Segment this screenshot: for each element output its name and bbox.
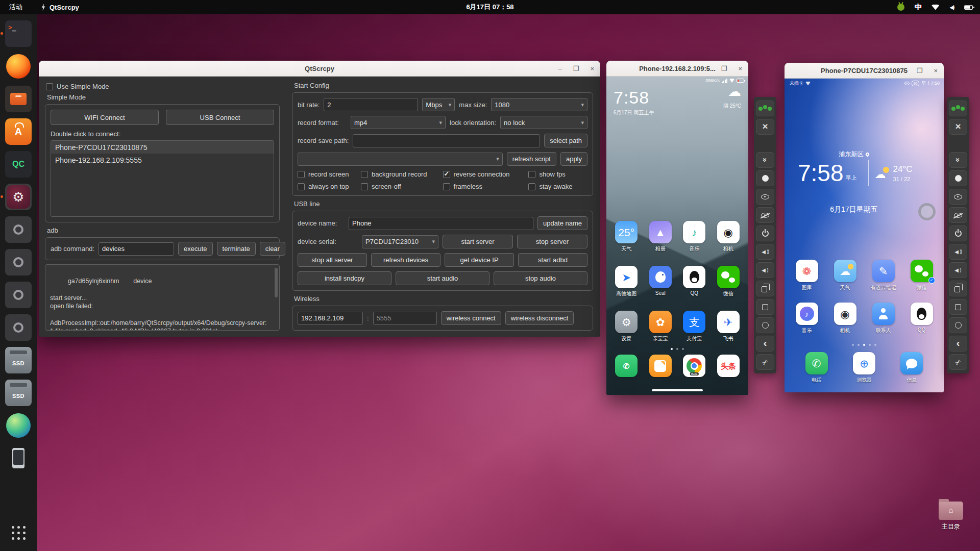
- touch-toggle-icon[interactable]: [756, 170, 774, 186]
- android-tray-icon[interactable]: [897, 4, 904, 11]
- home-icon[interactable]: [949, 317, 967, 333]
- max-size-select[interactable]: 1080: [491, 98, 587, 111]
- device-window-icon[interactable]: [5, 249, 32, 276]
- app-camera[interactable]: ◉ 相机: [713, 221, 744, 253]
- ssd-drive-icon[interactable]: SSD: [5, 380, 32, 406]
- dock-phone[interactable]: ✆: [611, 355, 642, 377]
- record-format-select[interactable]: mp4: [351, 116, 446, 129]
- lock-orientation-select[interactable]: no lock: [500, 116, 587, 129]
- device-item-wifi[interactable]: Phone-192.168.2.109:5555: [51, 154, 274, 166]
- refresh-script-button[interactable]: refresh script: [507, 152, 556, 166]
- checkbox-record-screen[interactable]: record screen: [298, 170, 361, 178]
- app-switch-icon[interactable]: [756, 281, 774, 296]
- volume-icon[interactable]: ◀⟩: [949, 4, 954, 11]
- device-item-usb[interactable]: Phone-P7CDU17C23010875: [51, 141, 274, 154]
- open-screen-icon[interactable]: [756, 189, 774, 205]
- dock-chrome[interactable]: Beta: [679, 355, 709, 377]
- checkbox-screen-off[interactable]: screen-off: [361, 183, 443, 190]
- start-server-button[interactable]: start server: [443, 235, 513, 248]
- clear-button[interactable]: clear: [260, 242, 285, 256]
- usb-connect-button[interactable]: USB Connect: [166, 110, 274, 125]
- minimize-button[interactable]: –: [558, 65, 562, 72]
- app-qq[interactable]: QQ: [906, 303, 937, 334]
- wireless-port-input[interactable]: [373, 312, 437, 325]
- app-wechat[interactable]: 微信: [713, 266, 744, 297]
- group-control-icon[interactable]: [756, 101, 774, 116]
- screenshot-icon[interactable]: [756, 354, 774, 370]
- files-icon[interactable]: [5, 86, 32, 112]
- app-wechat[interactable]: ✓ 微信: [906, 260, 937, 291]
- device-name-input[interactable]: [349, 217, 533, 230]
- execute-button[interactable]: execute: [178, 242, 213, 256]
- dock-browser[interactable]: ⊕ 浏览器: [849, 352, 879, 384]
- app-camera[interactable]: ◉ 相机: [830, 303, 861, 334]
- start-audio-button[interactable]: start audio: [396, 271, 489, 285]
- terminal-icon[interactable]: >_: [5, 20, 32, 47]
- qc-app-icon[interactable]: QC: [5, 151, 32, 178]
- stop-server-button[interactable]: stop server: [517, 235, 587, 248]
- app-switch-icon[interactable]: [949, 281, 967, 296]
- maximize-button[interactable]: ❐: [721, 65, 727, 72]
- get-device-ip-button[interactable]: get device IP: [445, 253, 514, 267]
- home-icon[interactable]: [756, 317, 774, 333]
- battery-icon[interactable]: [964, 5, 973, 10]
- wireless-disconnect-button[interactable]: wireless disconnect: [505, 311, 574, 325]
- screenshot-icon[interactable]: [949, 354, 967, 370]
- dock-phone[interactable]: ✆ 电话: [801, 352, 832, 384]
- dock-messages[interactable]: 信息: [896, 352, 927, 384]
- bit-rate-input[interactable]: [324, 98, 418, 111]
- record-save-path-input[interactable]: [353, 134, 540, 147]
- maximize-button[interactable]: ❐: [917, 67, 923, 74]
- app-youdao-notes[interactable]: ✎ 有道云笔记: [868, 260, 899, 291]
- firefox-icon[interactable]: [6, 54, 31, 79]
- update-name-button[interactable]: update name: [537, 216, 587, 230]
- app-seal[interactable]: Seal: [645, 266, 676, 297]
- fullscreen-icon[interactable]: [949, 119, 967, 135]
- scrollbar-thumb[interactable]: [275, 268, 278, 297]
- app-qinbaobao[interactable]: ✿ 亲宝宝: [645, 311, 676, 342]
- maximize-button[interactable]: ❐: [573, 65, 579, 72]
- menu-icon[interactable]: [756, 299, 774, 315]
- power-icon[interactable]: [756, 226, 774, 241]
- terminate-button[interactable]: terminate: [217, 242, 256, 256]
- app-qq[interactable]: QQ: [679, 266, 709, 297]
- device-window-icon[interactable]: [5, 314, 32, 341]
- input-method-indicator[interactable]: 中: [915, 3, 921, 12]
- wireless-ip-input[interactable]: [298, 312, 363, 325]
- app-amap[interactable]: ➤ 高德地图: [611, 266, 642, 297]
- select-path-button[interactable]: select path: [544, 134, 587, 147]
- minimize-button[interactable]: –: [902, 67, 905, 74]
- group-control-icon[interactable]: [949, 101, 967, 116]
- show-apps-icon[interactable]: [5, 519, 32, 546]
- wireless-connect-button[interactable]: wireless connect: [441, 311, 501, 325]
- device-window-icon[interactable]: [5, 216, 32, 243]
- app-gallery[interactable]: ▲ 相册: [645, 221, 676, 253]
- stop-audio-button[interactable]: stop audio: [494, 271, 587, 285]
- app-settings[interactable]: ⚙ 设置: [611, 311, 642, 342]
- checkbox-reverse-connection[interactable]: reverse connection: [443, 170, 529, 178]
- phone2-titlebar[interactable]: Phone-P7CDU17C23010875 – ❐ ×: [785, 63, 944, 79]
- gear-app-icon[interactable]: ⚙: [5, 184, 32, 210]
- stop-all-server-button[interactable]: stop all server: [298, 253, 367, 267]
- device-serial-select[interactable]: P7CDU17C23010: [362, 235, 438, 248]
- start-adbd-button[interactable]: start adbd: [518, 253, 587, 267]
- checkbox-always-on-top[interactable]: always on top: [298, 183, 361, 190]
- phone-device-icon[interactable]: [5, 445, 32, 471]
- assistive-ball[interactable]: [918, 203, 936, 220]
- minimize-button[interactable]: –: [706, 65, 710, 72]
- adb-output[interactable]: ga7d65ylnj6xinhm device start server... …: [45, 264, 280, 331]
- phone1-titlebar[interactable]: Phone-192.168.2.109:5... – ❐ ×: [606, 61, 748, 77]
- phone1-screen[interactable]: 396K/s 7:58 6月17日 周五上午 ☁ 阴 25°C 25°: [606, 77, 748, 395]
- app-alipay[interactable]: 支 支付宝: [679, 311, 709, 342]
- back-icon[interactable]: [756, 336, 774, 352]
- close-screen-icon[interactable]: [756, 207, 774, 223]
- use-simple-mode-checkbox[interactable]: Use Simple Mode: [46, 83, 280, 90]
- qtscrcpy-titlebar[interactable]: QtScrcpy – ❐ ×: [39, 61, 600, 77]
- app-weather[interactable]: 25° 天气: [611, 221, 642, 253]
- volume-up-icon[interactable]: [756, 244, 774, 260]
- bitrate-unit-select[interactable]: Mbps: [422, 98, 455, 111]
- wifi-connect-button[interactable]: WIFI Connect: [51, 110, 159, 125]
- ssd-drive-icon[interactable]: SSD: [5, 347, 32, 373]
- app-music[interactable]: ♪ 音乐: [679, 221, 709, 253]
- app-weather[interactable]: ☁ 天气: [830, 260, 861, 291]
